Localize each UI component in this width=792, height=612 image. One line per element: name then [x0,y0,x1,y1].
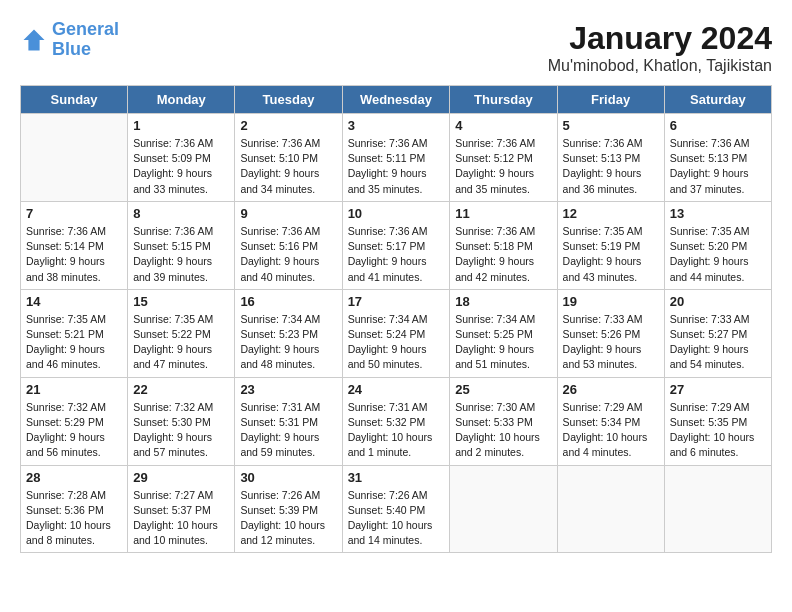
svg-marker-0 [24,29,45,50]
cell-content: Sunrise: 7:35 AMSunset: 5:20 PMDaylight:… [670,224,766,285]
subtitle: Mu'minobod, Khatlon, Tajikistan [548,57,772,75]
col-monday: Monday [128,86,235,114]
table-row: 10Sunrise: 7:36 AMSunset: 5:17 PMDayligh… [342,201,450,289]
cell-content: Sunrise: 7:36 AMSunset: 5:17 PMDaylight:… [348,224,445,285]
day-number: 3 [348,118,445,133]
calendar-week-row: 7Sunrise: 7:36 AMSunset: 5:14 PMDaylight… [21,201,772,289]
col-tuesday: Tuesday [235,86,342,114]
day-number: 12 [563,206,659,221]
day-number: 29 [133,470,229,485]
table-row: 8Sunrise: 7:36 AMSunset: 5:15 PMDaylight… [128,201,235,289]
table-row: 1Sunrise: 7:36 AMSunset: 5:09 PMDaylight… [128,114,235,202]
day-number: 19 [563,294,659,309]
day-number: 23 [240,382,336,397]
table-row: 26Sunrise: 7:29 AMSunset: 5:34 PMDayligh… [557,377,664,465]
day-number: 21 [26,382,122,397]
table-row: 30Sunrise: 7:26 AMSunset: 5:39 PMDayligh… [235,465,342,553]
day-number: 20 [670,294,766,309]
title-block: January 2024 Mu'minobod, Khatlon, Tajiki… [548,20,772,75]
cell-content: Sunrise: 7:35 AMSunset: 5:22 PMDaylight:… [133,312,229,373]
table-row: 20Sunrise: 7:33 AMSunset: 5:27 PMDayligh… [664,289,771,377]
day-number: 30 [240,470,336,485]
day-number: 18 [455,294,551,309]
calendar-week-row: 28Sunrise: 7:28 AMSunset: 5:36 PMDayligh… [21,465,772,553]
cell-content: Sunrise: 7:36 AMSunset: 5:13 PMDaylight:… [563,136,659,197]
calendar-table: Sunday Monday Tuesday Wednesday Thursday… [20,85,772,553]
cell-content: Sunrise: 7:31 AMSunset: 5:31 PMDaylight:… [240,400,336,461]
table-row: 4Sunrise: 7:36 AMSunset: 5:12 PMDaylight… [450,114,557,202]
table-row: 17Sunrise: 7:34 AMSunset: 5:24 PMDayligh… [342,289,450,377]
cell-content: Sunrise: 7:26 AMSunset: 5:40 PMDaylight:… [348,488,445,549]
table-row: 5Sunrise: 7:36 AMSunset: 5:13 PMDaylight… [557,114,664,202]
day-number: 13 [670,206,766,221]
calendar-header-row: Sunday Monday Tuesday Wednesday Thursday… [21,86,772,114]
table-row: 7Sunrise: 7:36 AMSunset: 5:14 PMDaylight… [21,201,128,289]
day-number: 2 [240,118,336,133]
table-row: 16Sunrise: 7:34 AMSunset: 5:23 PMDayligh… [235,289,342,377]
table-row: 21Sunrise: 7:32 AMSunset: 5:29 PMDayligh… [21,377,128,465]
table-row: 18Sunrise: 7:34 AMSunset: 5:25 PMDayligh… [450,289,557,377]
day-number: 24 [348,382,445,397]
cell-content: Sunrise: 7:33 AMSunset: 5:27 PMDaylight:… [670,312,766,373]
cell-content: Sunrise: 7:36 AMSunset: 5:18 PMDaylight:… [455,224,551,285]
cell-content: Sunrise: 7:32 AMSunset: 5:30 PMDaylight:… [133,400,229,461]
col-sunday: Sunday [21,86,128,114]
cell-content: Sunrise: 7:36 AMSunset: 5:09 PMDaylight:… [133,136,229,197]
cell-content: Sunrise: 7:31 AMSunset: 5:32 PMDaylight:… [348,400,445,461]
cell-content: Sunrise: 7:35 AMSunset: 5:19 PMDaylight:… [563,224,659,285]
day-number: 9 [240,206,336,221]
cell-content: Sunrise: 7:36 AMSunset: 5:10 PMDaylight:… [240,136,336,197]
logo: General Blue [20,20,119,60]
table-row: 24Sunrise: 7:31 AMSunset: 5:32 PMDayligh… [342,377,450,465]
cell-content: Sunrise: 7:28 AMSunset: 5:36 PMDaylight:… [26,488,122,549]
calendar-week-row: 1Sunrise: 7:36 AMSunset: 5:09 PMDaylight… [21,114,772,202]
table-row: 31Sunrise: 7:26 AMSunset: 5:40 PMDayligh… [342,465,450,553]
day-number: 25 [455,382,551,397]
cell-content: Sunrise: 7:27 AMSunset: 5:37 PMDaylight:… [133,488,229,549]
day-number: 26 [563,382,659,397]
day-number: 14 [26,294,122,309]
col-saturday: Saturday [664,86,771,114]
day-number: 27 [670,382,766,397]
cell-content: Sunrise: 7:36 AMSunset: 5:12 PMDaylight:… [455,136,551,197]
table-row: 22Sunrise: 7:32 AMSunset: 5:30 PMDayligh… [128,377,235,465]
cell-content: Sunrise: 7:33 AMSunset: 5:26 PMDaylight:… [563,312,659,373]
day-number: 6 [670,118,766,133]
cell-content: Sunrise: 7:36 AMSunset: 5:15 PMDaylight:… [133,224,229,285]
day-number: 22 [133,382,229,397]
cell-content: Sunrise: 7:34 AMSunset: 5:23 PMDaylight:… [240,312,336,373]
table-row: 12Sunrise: 7:35 AMSunset: 5:19 PMDayligh… [557,201,664,289]
table-row [664,465,771,553]
cell-content: Sunrise: 7:34 AMSunset: 5:25 PMDaylight:… [455,312,551,373]
cell-content: Sunrise: 7:34 AMSunset: 5:24 PMDaylight:… [348,312,445,373]
cell-content: Sunrise: 7:36 AMSunset: 5:14 PMDaylight:… [26,224,122,285]
col-wednesday: Wednesday [342,86,450,114]
cell-content: Sunrise: 7:35 AMSunset: 5:21 PMDaylight:… [26,312,122,373]
page-header: General Blue January 2024 Mu'minobod, Kh… [20,20,772,75]
day-number: 17 [348,294,445,309]
cell-content: Sunrise: 7:30 AMSunset: 5:33 PMDaylight:… [455,400,551,461]
day-number: 7 [26,206,122,221]
table-row: 29Sunrise: 7:27 AMSunset: 5:37 PMDayligh… [128,465,235,553]
day-number: 4 [455,118,551,133]
day-number: 11 [455,206,551,221]
day-number: 5 [563,118,659,133]
table-row: 15Sunrise: 7:35 AMSunset: 5:22 PMDayligh… [128,289,235,377]
day-number: 10 [348,206,445,221]
day-number: 15 [133,294,229,309]
table-row: 23Sunrise: 7:31 AMSunset: 5:31 PMDayligh… [235,377,342,465]
table-row: 28Sunrise: 7:28 AMSunset: 5:36 PMDayligh… [21,465,128,553]
day-number: 16 [240,294,336,309]
col-thursday: Thursday [450,86,557,114]
cell-content: Sunrise: 7:26 AMSunset: 5:39 PMDaylight:… [240,488,336,549]
col-friday: Friday [557,86,664,114]
main-title: January 2024 [548,20,772,57]
calendar-week-row: 14Sunrise: 7:35 AMSunset: 5:21 PMDayligh… [21,289,772,377]
table-row: 2Sunrise: 7:36 AMSunset: 5:10 PMDaylight… [235,114,342,202]
table-row: 6Sunrise: 7:36 AMSunset: 5:13 PMDaylight… [664,114,771,202]
table-row [557,465,664,553]
table-row: 3Sunrise: 7:36 AMSunset: 5:11 PMDaylight… [342,114,450,202]
table-row: 27Sunrise: 7:29 AMSunset: 5:35 PMDayligh… [664,377,771,465]
cell-content: Sunrise: 7:36 AMSunset: 5:13 PMDaylight:… [670,136,766,197]
day-number: 8 [133,206,229,221]
